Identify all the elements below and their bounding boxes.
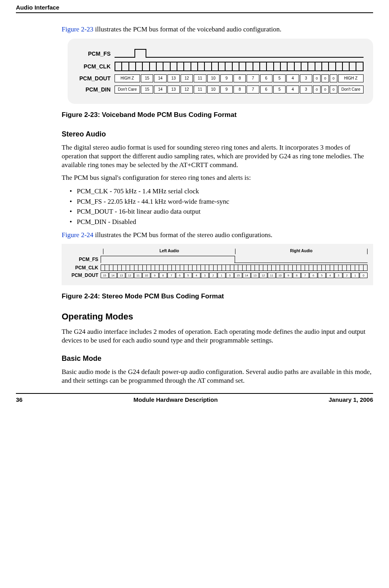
cell: 0	[313, 74, 321, 82]
cell: 1	[218, 273, 226, 278]
stereo-dout-label: PCM_DOUT	[67, 273, 101, 278]
figure-reference-link[interactable]: Figure 2-23	[62, 25, 93, 33]
intro-paragraph-1: Figure 2-23 illustrates the PCM bus form…	[62, 25, 373, 34]
cell: 6	[260, 86, 272, 93]
cell: 12	[181, 74, 193, 82]
operating-modes-paragraph: The G24 audio interface includes 2 modes…	[62, 327, 373, 345]
list-item: PCM_FS - 22.05 kHz - 44.1 kHz word-wide …	[70, 197, 373, 207]
pcm-dout-cells: HIGH Z 15 14 13 12 11 10 9 8 7 6 5 4 3 0…	[115, 74, 364, 82]
cell: 12	[181, 86, 193, 93]
cell: 6	[260, 74, 272, 82]
cell: 4	[286, 86, 299, 93]
operating-modes-heading: Operating Modes	[62, 312, 373, 322]
cell: 2	[209, 273, 217, 278]
cell: 8	[293, 273, 301, 278]
cell: 14	[243, 273, 251, 278]
stereo-clk-row: PCM_CLK	[67, 265, 368, 271]
cell: 10	[207, 74, 220, 82]
stereo-paragraph-1: The digital stereo audio format is used …	[62, 143, 373, 169]
cell: 9	[284, 273, 292, 278]
main-content: Figure 2-23 illustrates the PCM bus form…	[62, 25, 373, 385]
cell: 11	[134, 273, 142, 278]
cell: 3	[300, 86, 312, 93]
pcm-din-label: PCM_DIN	[75, 86, 115, 93]
pcm-fs-label: PCM_FS	[75, 51, 115, 57]
header-rule	[16, 12, 373, 13]
cell: 2	[343, 273, 351, 278]
cell: 11	[194, 74, 206, 82]
stereo-fs-waveform	[101, 256, 368, 263]
cell: 0	[330, 86, 337, 93]
cell: 3	[201, 273, 209, 278]
cell: Don't Care	[115, 86, 140, 93]
stereo-fs-row: PCM_FS	[67, 256, 368, 263]
basic-mode-paragraph: Basic audio mode is the G24 default powe…	[62, 368, 373, 385]
cell: 0	[313, 86, 321, 93]
cell: 5	[184, 273, 192, 278]
figure-2-23-caption: Figure 2-23: Voiceband Mode PCM Bus Codi…	[62, 111, 373, 119]
cell: 15	[101, 273, 109, 278]
pcm-fs-waveform	[115, 49, 364, 58]
cell: 13	[117, 273, 125, 278]
cell: 12	[126, 273, 134, 278]
running-header: Audio Interface	[16, 4, 373, 12]
pcm-dout-label: PCM_DOUT	[75, 75, 115, 82]
stereo-channel-labels: Left Audio Right Audio	[103, 249, 368, 254]
cell: 13	[251, 273, 259, 278]
page-number: 36	[16, 396, 23, 403]
figure-reference-link[interactable]: Figure 2-24	[62, 231, 93, 239]
cell: 0	[321, 74, 329, 82]
cell: 6	[176, 273, 184, 278]
cell: 9	[220, 86, 233, 93]
pcm-din-cells: Don't Care 15 14 13 12 11 10 9 8 7 6 5 4…	[115, 86, 364, 93]
cell: 0	[360, 273, 368, 278]
cell: 11	[268, 273, 276, 278]
page-footer: 36 Module Hardware Description January 1…	[16, 393, 373, 403]
cell: 1	[351, 273, 359, 278]
left-audio-label: Left Audio	[103, 249, 235, 254]
cell: Don't Care	[338, 86, 364, 93]
right-audio-label: Right Audio	[235, 249, 368, 254]
cell: 4	[286, 74, 299, 82]
cell: 10	[207, 86, 220, 93]
list-item: PCM_DOUT - 16-bit linear audio data outp…	[70, 206, 373, 217]
cell: 10	[142, 273, 150, 278]
figure-2-24: Left Audio Right Audio PCM_FS PCM_CLK PC…	[62, 244, 373, 285]
list-item: PCM_CLK - 705 kHz - 1.4 MHz serial clock	[70, 186, 373, 197]
cell: HIGH Z	[115, 74, 140, 82]
cell: 0	[226, 273, 234, 278]
pcm-fs-row: PCM_FS	[75, 49, 364, 58]
stereo-fs-label: PCM_FS	[67, 257, 101, 262]
stereo-bullet-list: PCM_CLK - 705 kHz - 1.4 MHz serial clock…	[62, 186, 373, 227]
pcm-clk-row: PCM_CLK	[75, 62, 364, 71]
cell: 15	[234, 273, 242, 278]
cell: 7	[247, 86, 259, 93]
cell: 14	[154, 86, 166, 93]
pcm-dout-row: PCM_DOUT HIGH Z 15 14 13 12 11 10 9 8 7 …	[75, 74, 364, 82]
cell: 9	[220, 74, 233, 82]
stereo-clk-waveform	[101, 265, 368, 271]
footer-title: Module Hardware Description	[134, 396, 218, 403]
cell: 7	[167, 273, 175, 278]
stereo-paragraph-2: The PCM bus signal's configuration for s…	[62, 173, 373, 182]
pcm-din-row: PCM_DIN Don't Care 15 14 13 12 11 10 9 8…	[75, 86, 364, 93]
figure-2-23: PCM_FS PCM_CLK PCM_DOUT HIGH Z 15 14 13	[68, 39, 373, 104]
stereo-audio-heading: Stereo Audio	[62, 130, 373, 138]
cell: 8	[159, 273, 167, 278]
stereo-clk-label: PCM_CLK	[67, 265, 101, 271]
cell: 3	[300, 74, 312, 82]
stereo-dout-row: PCM_DOUT 15 14 13 12 11 10 9 8 7 6 5 4 3…	[67, 273, 368, 278]
cell: HIGH Z	[338, 74, 364, 82]
cell: 7	[301, 273, 309, 278]
cell: 11	[194, 86, 206, 93]
cell: 0	[330, 74, 337, 82]
cell: 5	[273, 86, 286, 93]
cell: 5	[318, 273, 326, 278]
pcm-clk-waveform	[115, 62, 364, 71]
cell: 7	[247, 74, 259, 82]
stereo-figref-rest: illustrates the PCM bus format of the st…	[93, 231, 272, 239]
cell: 5	[273, 74, 286, 82]
pcm-clk-label: PCM_CLK	[75, 63, 115, 70]
cell: 15	[141, 74, 153, 82]
cell: 8	[233, 86, 246, 93]
